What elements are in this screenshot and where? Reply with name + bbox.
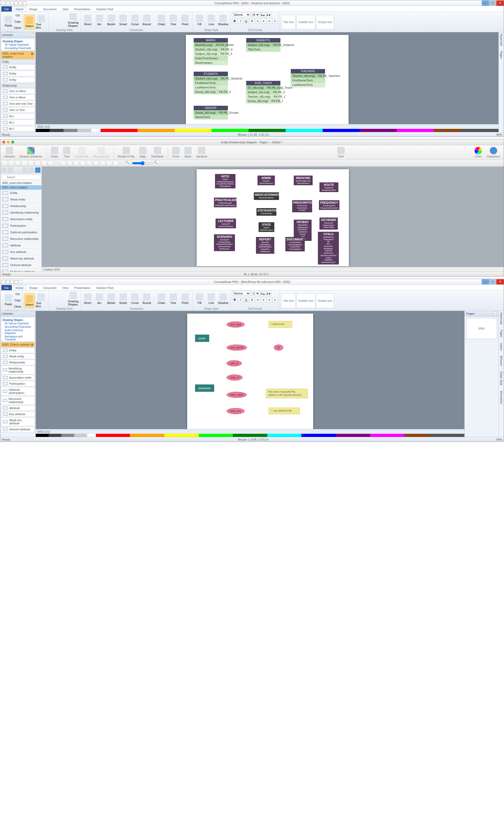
color-picker-bar[interactable]	[36, 434, 464, 437]
qat-icon[interactable]	[15, 280, 18, 284]
align-right-button[interactable]: ≡	[267, 297, 272, 302]
qat-icon[interactable]	[19, 280, 22, 284]
qat-icon[interactable]	[10, 280, 14, 284]
stencil-item[interactable]: Entity	[0, 190, 41, 196]
fill-button[interactable]: Fill	[194, 13, 205, 27]
grid-icon[interactable]	[29, 167, 34, 173]
stencil-item[interactable]: Weak key attribute	[1, 417, 35, 426]
tool-icon[interactable]	[62, 14, 67, 20]
tool-icon[interactable]	[87, 161, 93, 166]
canvas[interactable]: MARKSMarkId(Long)PK:PK_MarksStudent_Id(L…	[36, 32, 499, 124]
erd-table-groups[interactable]: GROUPSGroup_Id(Long)PK:PK_GroupsName(Tex…	[194, 106, 228, 119]
tree-item[interactable]: Accounting Flowcharts	[2, 325, 34, 328]
sticky-note[interactable]: ='attachment'	[268, 321, 292, 328]
sheet-tab[interactable]: ERD (1/1)	[37, 430, 50, 433]
entity-box[interactable]: PRESCRIPTIONDoctorOrderDoctorNameDosage	[292, 200, 312, 212]
tool-icon[interactable]	[67, 161, 73, 166]
stencil-item[interactable]: Attribute	[0, 242, 41, 249]
stencil-item[interactable]: Key attribute	[0, 249, 41, 255]
chain-button[interactable]: Chain	[156, 13, 167, 27]
stencil-item[interactable]: Weak entity	[0, 196, 41, 203]
align-center-button[interactable]: ≡	[261, 18, 266, 24]
close-icon[interactable]: ×	[493, 312, 497, 315]
conn-bezier[interactable]: Bezier	[106, 13, 117, 27]
stencil-item[interactable]: Relationship	[1, 360, 35, 365]
attribute-oval[interactable]: post_id	[226, 360, 242, 366]
tab-home[interactable]: Home	[13, 6, 26, 12]
entity-box[interactable]: posts	[195, 334, 209, 342]
tree-button[interactable]: Tree	[168, 13, 179, 27]
stencil-rel[interactable]: M:1	[1, 114, 35, 119]
tool-icon[interactable]	[15, 161, 21, 166]
tree-item[interactable]: Accounting Flowcharts	[2, 46, 34, 50]
stencil-rel[interactable]: Zero or One	[1, 107, 35, 113]
tool-icon[interactable]	[74, 161, 79, 166]
entity-box[interactable]: KEYWORDKeywordIDKeywordDescFieldsToMap	[320, 218, 338, 230]
library-section[interactable]: Entity	[1, 60, 35, 64]
tool-icon[interactable]	[2, 161, 7, 166]
tool-icon[interactable]	[50, 14, 56, 20]
shadow-button[interactable]: Shadow	[218, 291, 229, 306]
tab-solutionpark[interactable]: Solution Park	[93, 6, 116, 12]
tb-chain[interactable]: Chain	[49, 146, 60, 159]
list-icon[interactable]	[23, 167, 28, 173]
tab-view[interactable]: View	[59, 285, 72, 290]
canvas[interactable]: postspostmetapost_typepost_parentIDpost_…	[36, 311, 464, 429]
textbox-button[interactable]: Text Box	[36, 15, 47, 29]
close-button[interactable]: ✕	[497, 279, 504, 284]
tool-icon[interactable]	[56, 293, 62, 299]
page[interactable]: postspostmetapost_typepost_parentIDpost_…	[187, 313, 313, 429]
title-text-button[interactable]: Title text	[281, 293, 296, 308]
tb-grid[interactable]: Grid	[336, 146, 346, 159]
close-icon[interactable]: ⊠	[31, 343, 33, 346]
close-button[interactable]: ✕	[497, 1, 504, 6]
point-button[interactable]: Point	[180, 13, 190, 27]
tree-item[interactable]: Drawing Shapes	[2, 318, 34, 322]
tb-tree[interactable]: Tree	[61, 146, 72, 159]
dock-pages[interactable]: Pages	[500, 51, 503, 59]
sticky-note[interactable]: File name of uploaded file,relative to W…	[266, 389, 308, 398]
close-icon[interactable]: ×	[30, 33, 34, 37]
qat-icon[interactable]	[6, 280, 10, 284]
erd-table-subj_teach[interactable]: SUBJ_TEACHST_Id(Long)PK:PK_Subj_TeachSub…	[246, 81, 280, 103]
copy-button[interactable]: Copy	[15, 297, 20, 303]
qat-icon[interactable]	[2, 280, 5, 284]
entity-box[interactable]: DOCUMENTConsentNameConsentDatetimeConsen…	[285, 237, 305, 251]
tab-file[interactable]: File	[1, 285, 12, 290]
tab-home[interactable]: Home	[13, 285, 26, 290]
chain-button[interactable]: Chain	[156, 291, 167, 306]
stencil-item[interactable]: Recursive relationship	[0, 236, 41, 242]
copy-button[interactable]: Copy	[15, 19, 20, 24]
stencil-item[interactable]: Relationship	[0, 203, 41, 209]
tab-file[interactable]: File	[1, 6, 12, 12]
shapes-button[interactable]: Drawing Shapes	[68, 13, 79, 27]
bold-button[interactable]: B	[232, 18, 237, 24]
attribute-oval[interactable]: meta_value	[226, 392, 247, 398]
close-button[interactable]	[2, 141, 5, 144]
tool-icon[interactable]	[56, 20, 62, 26]
qat-icon[interactable]	[23, 1, 26, 5]
dock-behavior[interactable]: Behavior	[500, 356, 503, 366]
underline-button[interactable]: U	[244, 297, 249, 302]
stencil-rel[interactable]: M:1	[1, 126, 35, 132]
align-justify-button[interactable]: ≡	[273, 297, 278, 302]
tab-solutionpark[interactable]: Solution Park	[93, 285, 116, 290]
align-left-button[interactable]: ≡	[255, 297, 260, 302]
lib-item[interactable]: ERD, Chen's notation	[0, 185, 41, 190]
conn-curve[interactable]: Curve	[129, 291, 140, 306]
tb-distribute[interactable]: Distribute	[149, 146, 165, 159]
close-icon[interactable]: ⊠	[31, 52, 33, 58]
subtitle-text-button[interactable]: Subtitle text	[296, 293, 315, 308]
sticky-note[interactable]: ='_wp_attached_file'	[268, 408, 300, 414]
lib-item[interactable]: ERD, crow's foot notation	[0, 181, 41, 185]
zoom-label[interactable]: Custom 41%	[43, 268, 60, 271]
line-button[interactable]: Line	[206, 291, 217, 306]
tool-icon[interactable]	[62, 293, 67, 299]
zoomout-icon[interactable]: 🔍	[125, 161, 131, 166]
entity-box[interactable]: STETEHISTORYTimeActivated	[257, 208, 277, 216]
paste-button[interactable]: Paste	[3, 14, 14, 29]
tb-back[interactable]: Back	[183, 146, 193, 159]
entity-box[interactable]: postmeta	[195, 384, 214, 392]
tb-color[interactable]: Color	[473, 146, 484, 159]
simple-text-button[interactable]: Simple text	[316, 293, 334, 308]
